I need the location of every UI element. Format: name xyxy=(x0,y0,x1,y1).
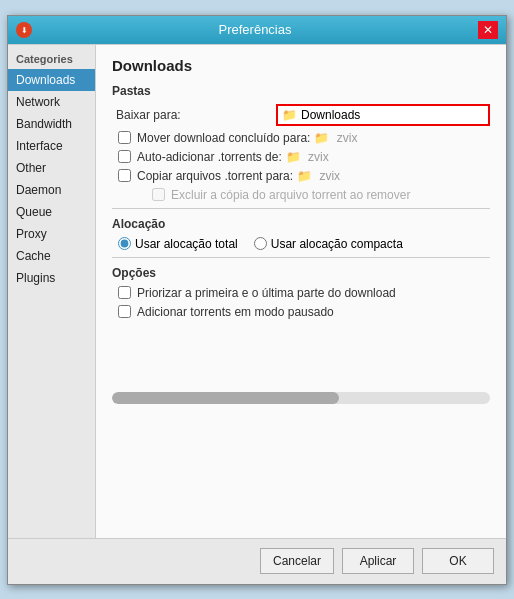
mover-checkbox[interactable] xyxy=(118,131,131,144)
folder-icon: 📁 xyxy=(282,108,297,122)
opcao2-row: Adicionar torrents em modo pausado xyxy=(112,305,490,319)
excluir-checkbox-row: Excluir a cópia do arquivo torrent ao re… xyxy=(152,188,490,202)
sidebar-item-cache[interactable]: Cache xyxy=(8,245,95,267)
radio-compacta: Usar alocação compacta xyxy=(254,237,403,251)
folder-icon-mover: 📁 xyxy=(314,131,329,145)
cancel-button[interactable]: Cancelar xyxy=(260,548,334,574)
app-icon: ⬇ xyxy=(16,22,32,38)
sidebar-item-interface[interactable]: Interface xyxy=(8,135,95,157)
baixar-para-label: Baixar para: xyxy=(116,108,276,122)
main-content: Downloads Pastas Baixar para: 📁 Download… xyxy=(96,45,506,538)
scrollbar[interactable] xyxy=(112,392,490,404)
sidebar-item-plugins[interactable]: Plugins xyxy=(8,267,95,289)
scrollbar-thumb xyxy=(112,392,339,404)
folder-icon-copiar: 📁 xyxy=(297,169,312,183)
baixar-para-field[interactable]: 📁 Downloads xyxy=(276,104,490,126)
section-pastas-label: Pastas xyxy=(112,84,490,98)
sidebar-item-proxy[interactable]: Proxy xyxy=(8,223,95,245)
opcao1-row: Priorizar a primeira e o última parte do… xyxy=(112,286,490,300)
radio-total-label: Usar alocação total xyxy=(135,237,238,251)
excluir-checkbox[interactable] xyxy=(152,188,165,201)
svg-text:⬇: ⬇ xyxy=(21,26,28,35)
categories-label: Categories xyxy=(8,49,95,69)
excluir-label: Excluir a cópia do arquivo torrent ao re… xyxy=(171,188,410,202)
mover-row: Mover download concluído para: 📁 zvix xyxy=(112,131,490,145)
page-title: Downloads xyxy=(112,57,490,74)
section-alocacao-label: Alocação xyxy=(112,217,490,231)
opcao2-checkbox[interactable] xyxy=(118,305,131,318)
opcao1-checkbox[interactable] xyxy=(118,286,131,299)
radio-total-input[interactable] xyxy=(118,237,131,250)
copiar-row: Copiar arquivos .torrent para: 📁 zvix xyxy=(112,169,490,183)
divider1 xyxy=(112,208,490,209)
auto-add-checkbox[interactable] xyxy=(118,150,131,163)
auto-add-label: Auto-adicionar .torrents de: xyxy=(137,150,282,164)
sidebar-item-queue[interactable]: Queue xyxy=(8,201,95,223)
sidebar-item-network[interactable]: Network xyxy=(8,91,95,113)
opcao2-label: Adicionar torrents em modo pausado xyxy=(137,305,334,319)
footer: Cancelar Aplicar OK xyxy=(8,538,506,584)
auto-add-value: zvix xyxy=(308,150,329,164)
opcao1-label: Priorizar a primeira e o última parte do… xyxy=(137,286,396,300)
window-body: Categories Downloads Network Bandwidth I… xyxy=(8,44,506,538)
excluir-row: Excluir a cópia do arquivo torrent ao re… xyxy=(112,188,490,202)
apply-button[interactable]: Aplicar xyxy=(342,548,414,574)
radio-total: Usar alocação total xyxy=(118,237,238,251)
copiar-value: zvix xyxy=(319,169,340,183)
sidebar: Categories Downloads Network Bandwidth I… xyxy=(8,45,96,538)
section-opcoes-label: Opções xyxy=(112,266,490,280)
divider2 xyxy=(112,257,490,258)
preferences-window: ⬇ Preferências ✕ Categories Downloads Ne… xyxy=(7,15,507,585)
sidebar-item-downloads[interactable]: Downloads xyxy=(8,69,95,91)
mover-label: Mover download concluído para: xyxy=(137,131,310,145)
baixar-para-value: Downloads xyxy=(301,108,360,122)
copiar-field[interactable]: 📁 zvix xyxy=(297,169,490,183)
close-button[interactable]: ✕ xyxy=(478,21,498,39)
auto-add-field[interactable]: 📁 zvix xyxy=(286,150,490,164)
mover-field[interactable]: 📁 zvix xyxy=(314,131,490,145)
window-title: Preferências xyxy=(32,22,478,37)
radio-compacta-input[interactable] xyxy=(254,237,267,250)
mover-value: zvix xyxy=(337,131,358,145)
sidebar-item-daemon[interactable]: Daemon xyxy=(8,179,95,201)
folder-icon-auto: 📁 xyxy=(286,150,301,164)
titlebar: ⬇ Preferências ✕ xyxy=(8,16,506,44)
copiar-checkbox[interactable] xyxy=(118,169,131,182)
baixar-para-row: Baixar para: 📁 Downloads xyxy=(112,104,490,126)
alocacao-radio-row: Usar alocação total Usar alocação compac… xyxy=(112,237,490,251)
auto-add-row: Auto-adicionar .torrents de: 📁 zvix xyxy=(112,150,490,164)
ok-button[interactable]: OK xyxy=(422,548,494,574)
copiar-label: Copiar arquivos .torrent para: xyxy=(137,169,293,183)
radio-compacta-label: Usar alocação compacta xyxy=(271,237,403,251)
sidebar-item-other[interactable]: Other xyxy=(8,157,95,179)
sidebar-item-bandwidth[interactable]: Bandwidth xyxy=(8,113,95,135)
